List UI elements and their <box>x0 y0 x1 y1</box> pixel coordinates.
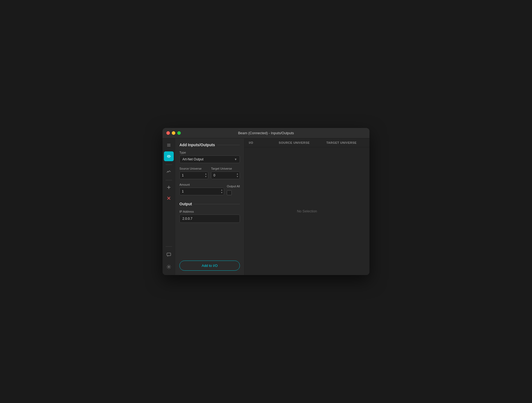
type-label: Type <box>179 151 240 154</box>
sidebar-item-settings[interactable] <box>164 262 174 272</box>
universe-row: Source Universe ▲ ▼ Target Universe <box>179 167 240 179</box>
source-universe-down[interactable]: ▼ <box>204 175 208 178</box>
empty-state-label: No Selection <box>297 209 317 213</box>
sidebar-item-monitor[interactable] <box>164 167 174 177</box>
svg-rect-7 <box>167 253 171 256</box>
amount-down[interactable]: ▼ <box>220 191 224 194</box>
col-io-header: I/O <box>249 141 271 144</box>
source-universe-wrapper: ▲ ▼ <box>179 172 208 179</box>
amount-wrapper: ▲ ▼ <box>179 188 224 195</box>
amount-input[interactable] <box>179 188 224 195</box>
type-group: Type Art-Net Output Art-Net Input sACN O… <box>179 151 240 163</box>
output-section-title: Output <box>179 202 192 206</box>
col-target-header: TARGET UNIVERSE <box>318 141 365 144</box>
main-window: Beam (Connected) - Inputs/Outputs <box>163 128 369 275</box>
target-universe-label: Target Universe <box>211 167 240 170</box>
sidebar-item-add[interactable] <box>164 182 174 192</box>
target-universe-group: Target Universe ▲ ▼ <box>211 167 240 179</box>
add-to-io-button[interactable]: Add to I/O <box>179 261 240 271</box>
add-section-title: Add Inputs/Outputs <box>179 143 215 147</box>
source-universe-group: Source Universe ▲ ▼ <box>179 167 208 179</box>
col-source-header: SOURCE UNIVERSE <box>271 141 318 144</box>
amount-group: Amount ▲ ▼ <box>179 183 224 195</box>
sidebar-item-remove[interactable] <box>164 193 174 203</box>
amount-row: Amount ▲ ▼ Output All <box>179 183 240 195</box>
output-section: Output IP Address <box>179 202 240 227</box>
ip-address-label: IP Address <box>179 210 240 213</box>
amount-spinner: ▲ ▼ <box>220 189 224 194</box>
svg-point-8 <box>168 266 169 268</box>
table-header: I/O SOURCE UNIVERSE TARGET UNIVERSE <box>244 138 369 147</box>
amount-up[interactable]: ▲ <box>220 189 224 191</box>
minimize-button[interactable] <box>172 131 175 135</box>
sidebar-divider-3 <box>166 246 172 247</box>
sidebar-item-chat[interactable] <box>164 250 174 260</box>
right-panel: I/O SOURCE UNIVERSE TARGET UNIVERSE No S… <box>244 138 369 275</box>
target-universe-wrapper: ▲ ▼ <box>211 172 240 179</box>
source-universe-spinner: ▲ ▼ <box>204 173 208 178</box>
main-content: Add Inputs/Outputs Type Art-Net Output A… <box>163 138 369 275</box>
ip-address-group: IP Address <box>179 210 240 223</box>
source-universe-label: Source Universe <box>179 167 208 170</box>
left-panel: Add Inputs/Outputs Type Art-Net Output A… <box>175 138 244 275</box>
target-universe-spinner: ▲ ▼ <box>236 173 239 178</box>
sidebar-divider-2 <box>166 180 172 180</box>
output-section-divider <box>194 204 240 204</box>
add-section-header: Add Inputs/Outputs <box>179 143 240 147</box>
output-all-label: Output All <box>227 185 240 188</box>
target-universe-up[interactable]: ▲ <box>236 173 239 175</box>
window-title: Beam (Connected) - Inputs/Outputs <box>238 131 294 135</box>
output-all-checkbox[interactable] <box>227 190 232 195</box>
output-section-header: Output <box>179 202 240 206</box>
amount-label: Amount <box>179 183 224 186</box>
output-all-group: Output All <box>227 185 240 195</box>
close-button[interactable] <box>166 131 170 135</box>
type-select-wrapper: Art-Net Output Art-Net Input sACN Output… <box>179 155 240 163</box>
sidebar <box>163 138 175 275</box>
traffic-lights <box>166 131 181 135</box>
sidebar-bottom <box>164 244 174 273</box>
ip-address-input[interactable] <box>179 215 240 223</box>
source-universe-up[interactable]: ▲ <box>204 173 208 175</box>
sidebar-item-io[interactable] <box>164 151 174 161</box>
maximize-button[interactable] <box>177 131 181 135</box>
sidebar-divider-1 <box>166 164 172 165</box>
type-select[interactable]: Art-Net Output Art-Net Input sACN Output… <box>179 155 240 163</box>
sidebar-item-list[interactable] <box>164 141 174 150</box>
section-divider <box>217 145 240 145</box>
target-universe-down[interactable]: ▼ <box>236 175 239 178</box>
title-bar: Beam (Connected) - Inputs/Outputs <box>163 128 369 138</box>
table-body: No Selection <box>244 147 369 275</box>
spacer <box>179 227 240 261</box>
